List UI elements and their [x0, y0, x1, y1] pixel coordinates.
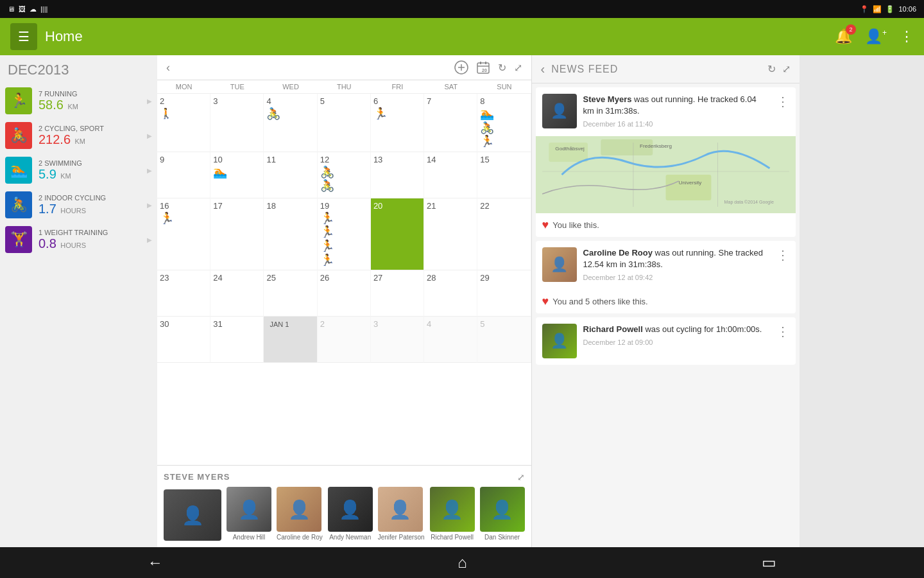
stat-swimming[interactable]: 🏊 2 SWIMMING 5.9 KM ▶: [0, 153, 157, 188]
cal-day-9[interactable]: 9: [157, 152, 210, 198]
cal-day-17[interactable]: 17: [210, 198, 264, 270]
stat-cycling[interactable]: 🚴 2 CYCLING, SPORT 212.6 KM ▶: [0, 118, 157, 153]
cal-day-15[interactable]: 15: [477, 152, 531, 198]
cal-day-2[interactable]: 2 🚶: [157, 94, 210, 152]
news-item-header-richard: 👤 Richard Powell was out cycling for 1h:…: [536, 317, 796, 365]
add-event-button[interactable]: [454, 60, 468, 74]
weekday-tue: TUE: [210, 83, 264, 91]
news-item-richard: 👤 Richard Powell was out cycling for 1h:…: [536, 317, 796, 365]
cal-day-12[interactable]: 12 🚴 🚴: [318, 152, 371, 198]
expand-calendar-button[interactable]: ⤢: [514, 62, 522, 74]
friend-item-main[interactable]: 👤: [164, 489, 221, 541]
cal-day-jan5[interactable]: 5: [477, 317, 531, 363]
friends-section: STEVE MYERS ⤢ 👤 👤 Andrew Hill: [157, 465, 531, 547]
app-logo[interactable]: ☰: [10, 23, 37, 50]
stat-running[interactable]: 🏃 7 RUNNING 58.6 KM ▶: [0, 83, 157, 118]
friend-item-jenifer[interactable]: 👤 Jenifer Paterson: [378, 487, 425, 541]
cal-day-19[interactable]: 19 🏃 🏃 🏃 🏃: [318, 198, 371, 270]
main-wrapper: DEC2013 🏃 7 RUNNING 58.6 KM ▶ 🚴 2 CYCLIN…: [0, 55, 800, 547]
cal-day-28[interactable]: 28: [424, 270, 477, 317]
run-activity-icon-16: 🏃: [160, 212, 207, 226]
cal-day-jan2[interactable]: 2: [318, 317, 371, 363]
back-button[interactable]: ←: [148, 554, 163, 572]
expand-friends-button[interactable]: ⤢: [517, 472, 525, 482]
news-feed-scroll[interactable]: 👤 Steve Myers was out running. He tracke…: [532, 83, 800, 547]
cal-day-5[interactable]: 5: [318, 94, 371, 152]
calendar-week-5: 30 31 JAN 1 2 3 4 5: [157, 317, 531, 363]
stats-panel: DEC2013 🏃 7 RUNNING 58.6 KM ▶ 🚴 2 CYCLIN…: [0, 55, 157, 547]
cal-day-23[interactable]: 23: [157, 270, 210, 317]
friend-name-jenifer: Jenifer Paterson: [378, 534, 425, 541]
cal-day-30[interactable]: 30: [157, 317, 210, 363]
cycling-distance: 212.6: [38, 132, 71, 146]
cal-day-11[interactable]: 11: [264, 152, 317, 198]
news-back-button[interactable]: ‹: [541, 62, 545, 76]
refresh-button[interactable]: ↻: [498, 62, 506, 74]
recents-button[interactable]: ▭: [762, 554, 776, 572]
cal-day-jan1[interactable]: JAN 1: [264, 317, 317, 363]
indoor-label: 2 INDOOR CYCLING: [38, 194, 141, 202]
weekday-fri: FRI: [371, 83, 424, 91]
calendar-week-2: 9 10 🏊 11 12 🚴 🚴 13 14 15: [157, 152, 531, 198]
news-refresh-button[interactable]: ↻: [767, 63, 776, 75]
stat-indoor[interactable]: 🚴 2 INDOOR CYCLING 1.7 HOURS ▶: [0, 188, 157, 222]
news-more-caroline[interactable]: ⋮: [776, 247, 789, 263]
cal-day-21[interactable]: 21: [424, 198, 477, 270]
cal-day-10[interactable]: 10 🏊: [210, 152, 264, 198]
cal-day-6[interactable]: 6 🏃: [371, 94, 424, 152]
heart-icon-steve: ♥: [542, 218, 549, 232]
run-activity-icon-19d: 🏃: [320, 254, 368, 268]
prev-month-button[interactable]: ‹: [166, 61, 170, 74]
bottom-nav: ← ⌂ ▭: [0, 547, 924, 578]
cal-day-27[interactable]: 27: [371, 270, 424, 317]
menu-icon[interactable]: ☰: [18, 29, 30, 44]
friend-name-richard: Richard Powell: [430, 534, 475, 541]
news-expand-button[interactable]: ⤢: [782, 63, 791, 75]
calendar-icon-btn[interactable]: 20: [476, 60, 490, 74]
home-button[interactable]: ⌂: [458, 554, 467, 572]
cal-day-16[interactable]: 16 🏃: [157, 198, 210, 270]
calendar-week-4: 23 24 25 26 27 28 29: [157, 270, 531, 317]
cal-day-14[interactable]: 14: [424, 152, 477, 198]
map-svg: Godthåbsvej Frederiksberg University Map…: [536, 136, 796, 213]
news-more-richard[interactable]: ⋮: [776, 324, 789, 339]
friend-item-andrew[interactable]: 👤 Andrew Hill: [227, 487, 271, 541]
cycling-activity-icon: 🚴: [266, 107, 314, 121]
friend-item-caroline[interactable]: 👤 Caroline de Roy: [277, 487, 323, 541]
run-activity-icon-19b: 🏃: [320, 225, 368, 240]
more-options-button[interactable]: ⋮: [900, 28, 914, 45]
news-time-caroline: December 12 at 09:42: [583, 273, 770, 283]
add-user-button[interactable]: 👤+: [865, 28, 887, 45]
run-activity-icon-8: 🏃: [480, 135, 527, 149]
news-person-steve: Steve Myers: [583, 94, 632, 104]
news-more-steve[interactable]: ⋮: [776, 94, 789, 109]
cal-day-4[interactable]: 4 🚴: [264, 94, 317, 152]
cal-day-3[interactable]: 3: [210, 94, 264, 152]
swim-activity-icon-10: 🏊: [213, 166, 261, 180]
friend-item-dan[interactable]: 👤 Dan Skinner: [480, 487, 525, 541]
cal-day-jan4[interactable]: 4: [424, 317, 477, 363]
cal-day-18[interactable]: 18: [264, 198, 317, 270]
cal-day-13[interactable]: 13: [371, 152, 424, 198]
clock: 10:06: [898, 5, 916, 13]
running-activity-icon: 🏃: [373, 107, 421, 121]
cal-day-22[interactable]: 22: [477, 198, 531, 270]
friend-item-richard[interactable]: 👤 Richard Powell: [430, 487, 475, 541]
cal-day-8[interactable]: 8 🏊 🚴 🏃: [477, 94, 531, 152]
cal-day-31[interactable]: 31: [210, 317, 264, 363]
cal-day-20-today[interactable]: 20: [371, 198, 424, 270]
svg-text:University: University: [678, 180, 701, 186]
cal-day-jan3[interactable]: 3: [371, 317, 424, 363]
cal-day-7[interactable]: 7: [424, 94, 477, 152]
status-bar: 🖥 🖼 ☁ |||| 📍 📶 🔋 10:06: [0, 0, 924, 18]
friend-item-andy[interactable]: 👤 Andy Newman: [328, 487, 373, 541]
notification-bell[interactable]: 🔔 2: [835, 28, 852, 45]
news-like-steve[interactable]: ♥ You like this.: [536, 213, 796, 237]
stat-weight[interactable]: 🏋 1 WEIGHT TRAINING 0.8 HOURS ▶: [0, 222, 157, 257]
cal-day-29[interactable]: 29: [477, 270, 531, 317]
news-like-caroline[interactable]: ♥ You and 5 others like this.: [536, 290, 796, 313]
cal-day-26[interactable]: 26: [318, 270, 371, 317]
status-bar-left: 🖥 🖼 ☁ ||||: [8, 5, 47, 13]
cal-day-25[interactable]: 25: [264, 270, 317, 317]
cal-day-24[interactable]: 24: [210, 270, 264, 317]
